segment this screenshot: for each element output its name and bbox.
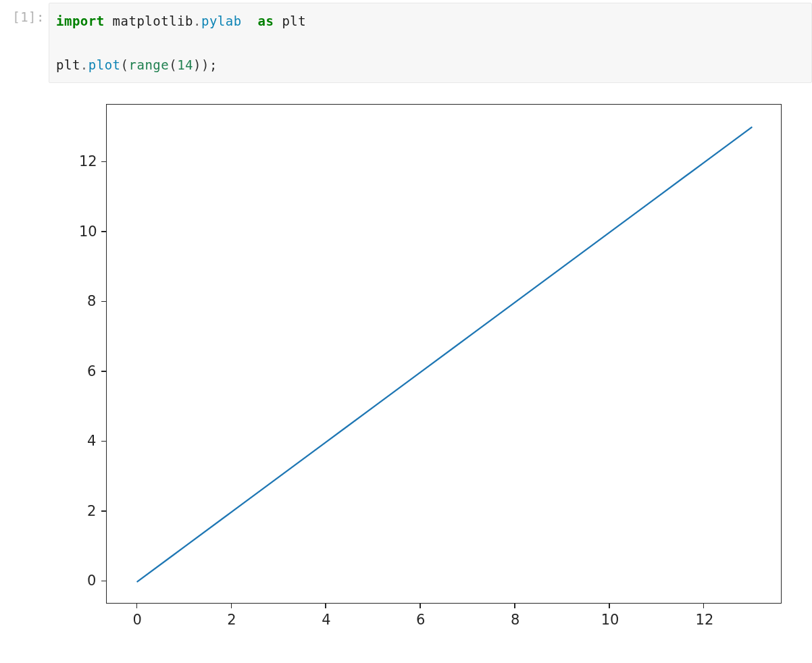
x-tick-label: 8 — [511, 613, 519, 627]
y-tick — [101, 231, 106, 232]
code-input-area[interactable]: import matplotlib.pylab as plt plt.plot(… — [49, 3, 812, 83]
plot-axes — [106, 104, 782, 604]
cell-prompt: [1]: — [0, 3, 49, 24]
y-tick — [101, 510, 106, 512]
notebook: [1]: import matplotlib.pylab as plt plt.… — [0, 0, 812, 647]
x-tick — [231, 604, 232, 608]
x-tick — [609, 604, 610, 608]
x-tick — [514, 604, 515, 608]
x-tick — [703, 604, 705, 608]
y-tick — [101, 371, 106, 372]
y-tick — [101, 441, 106, 442]
x-tick-label: 12 — [696, 613, 714, 627]
x-tick — [136, 604, 138, 608]
x-tick-label: 10 — [601, 613, 619, 627]
plot-line — [107, 105, 782, 604]
x-tick-label: 0 — [132, 613, 141, 627]
output-row: 024681012024681012 — [0, 87, 812, 647]
y-tick — [101, 161, 106, 163]
plot-output: 024681012024681012 — [49, 87, 792, 647]
y-tick — [101, 581, 106, 582]
output-pad — [0, 87, 49, 647]
x-tick — [325, 604, 326, 608]
x-tick-label: 4 — [322, 613, 330, 627]
y-tick — [101, 301, 106, 302]
code-cell: [1]: import matplotlib.pylab as plt plt.… — [0, 3, 812, 83]
x-tick-label: 2 — [227, 613, 236, 627]
x-tick — [420, 604, 421, 608]
x-tick-label: 6 — [416, 613, 425, 627]
